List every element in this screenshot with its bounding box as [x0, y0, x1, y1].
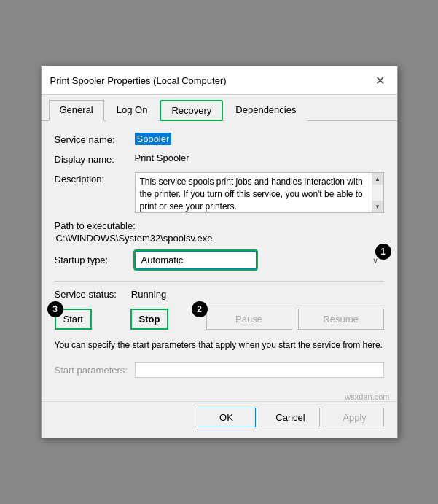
scroll-down-button[interactable]: ▼	[372, 201, 383, 212]
apply-button[interactable]: Apply	[326, 408, 384, 427]
path-label: Path to executable:	[55, 220, 384, 231]
description-row: Description: This service spools print j…	[55, 172, 384, 213]
startup-dropdown-wrapper: Automatic Automatic (Delayed Start) Manu…	[135, 251, 384, 269]
tab-recovery[interactable]: Recovery	[160, 100, 223, 121]
service-name-value: Spooler	[135, 133, 384, 145]
service-status-row: Service status: Running	[55, 289, 384, 300]
description-box: This service spools print jobs and handl…	[135, 172, 384, 213]
pause-button[interactable]: Pause	[206, 309, 292, 330]
start-btn-wrapper: Start 3	[55, 309, 125, 330]
stop-button[interactable]: Stop	[130, 309, 169, 330]
tab-dependencies[interactable]: Dependencies	[224, 100, 307, 121]
scrollbar: ▲ ▼	[372, 173, 383, 212]
start-params-label: Start parameters:	[55, 365, 135, 376]
tab-general[interactable]: General	[49, 100, 104, 121]
stop-badge: 2	[192, 301, 208, 317]
dialog-window: Print Spooler Properties (Local Computer…	[41, 66, 398, 438]
tab-bar: General Log On Recovery Dependencies	[42, 95, 397, 121]
resume-button[interactable]: Resume	[298, 309, 384, 330]
display-name-value: Print Spooler	[135, 152, 384, 163]
start-params-row: Start parameters:	[55, 362, 384, 378]
dialog-content: Service name: Spooler Display name: Prin…	[42, 121, 397, 401]
title-bar: Print Spooler Properties (Local Computer…	[42, 66, 397, 95]
service-name-row: Service name: Spooler	[55, 133, 384, 145]
startup-label: Startup type:	[55, 255, 135, 265]
tab-logon[interactable]: Log On	[106, 100, 159, 121]
service-name-highlighted: Spooler	[135, 133, 172, 145]
display-name-row: Display name: Print Spooler	[55, 152, 384, 165]
path-section: Path to executable: C:\WINDOWS\System32\…	[55, 220, 384, 244]
watermark: wsxdan.com	[345, 392, 389, 401]
cancel-button[interactable]: Cancel	[262, 408, 320, 427]
startup-dropdown[interactable]: Automatic Automatic (Delayed Start) Manu…	[135, 251, 257, 269]
stop-btn-wrapper: Stop 2	[130, 309, 200, 330]
description-text: This service spools print jobs and handl…	[140, 176, 379, 212]
startup-row: Startup type: Automatic Automatic (Delay…	[55, 251, 384, 269]
divider-1	[55, 281, 384, 282]
scroll-up-button[interactable]: ▲	[372, 173, 383, 185]
display-name-label: Display name:	[55, 152, 135, 165]
startup-badge: 1	[375, 244, 391, 260]
dialog-title: Print Spooler Properties (Local Computer…	[50, 75, 227, 86]
status-value: Running	[131, 289, 166, 300]
start-params-input[interactable]	[135, 362, 384, 378]
start-badge: 3	[47, 301, 63, 317]
status-label: Service status:	[55, 289, 117, 300]
dialog-footer: OK Cancel Apply	[42, 401, 397, 438]
service-buttons-row: Start 3 Stop 2 Pause Resume	[55, 309, 384, 330]
info-text: You can specify the start parameters tha…	[55, 338, 384, 352]
close-button[interactable]: ✕	[372, 72, 388, 88]
service-name-label: Service name:	[55, 133, 135, 145]
description-label: Description:	[55, 172, 135, 185]
ok-button[interactable]: OK	[198, 408, 256, 427]
path-value: C:\WINDOWS\System32\spoolsv.exe	[55, 233, 384, 244]
